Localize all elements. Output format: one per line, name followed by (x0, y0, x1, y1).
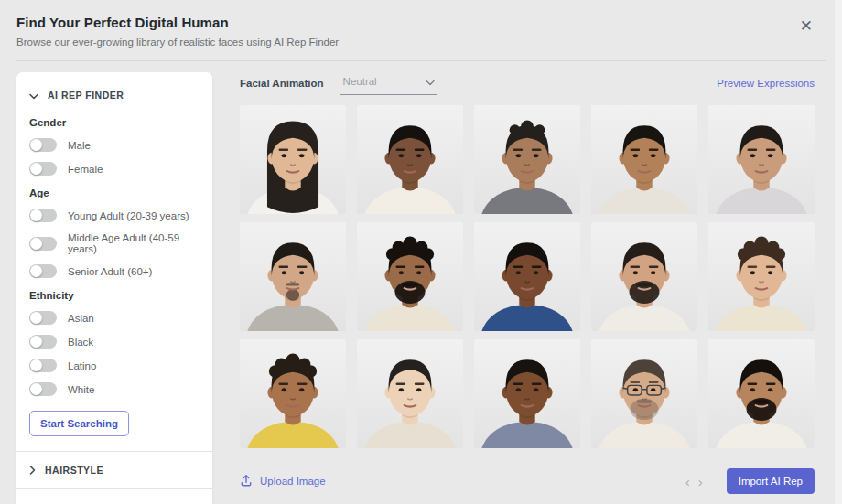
sidebar-section-label: AI REP FINDER (48, 90, 124, 101)
close-icon[interactable]: ✕ (794, 15, 818, 38)
toggle-switch[interactable] (29, 264, 57, 278)
chevron-right-icon (29, 462, 36, 478)
face-portrait[interactable] (240, 105, 346, 214)
toggle-label: Young Adult (20-39 years) (68, 210, 189, 221)
filter-groups: GenderMaleFemaleAgeYoung Adult (20-39 ye… (16, 117, 212, 396)
toggle-switch[interactable] (29, 138, 57, 152)
face-illustration (474, 222, 580, 331)
face-illustration (708, 222, 815, 331)
page-title: Find Your Perfect Digital Human (16, 15, 339, 30)
next-page-icon[interactable]: › (698, 475, 703, 488)
face-portrait[interactable] (474, 339, 580, 448)
face-portrait[interactable] (357, 105, 463, 214)
face-illustration (591, 105, 697, 214)
filter-group-label: Age (29, 188, 200, 198)
face-illustration (240, 105, 346, 214)
chevron-down-icon (426, 73, 435, 90)
dialog-header: Find Your Perfect Digital Human Browse o… (0, 0, 842, 48)
start-searching-button[interactable]: Start Searching (29, 411, 129, 436)
sidebar-section-ai-rep-finder[interactable]: AI REP FINDER (16, 72, 212, 105)
toggle-label: Asian (68, 313, 94, 324)
pagination: ‹ › (685, 475, 703, 488)
toggle-label: Senior Adult (60+) (68, 266, 152, 277)
face-portrait[interactable] (357, 339, 463, 448)
face-portrait[interactable] (474, 222, 580, 331)
toggle-switch[interactable] (29, 162, 57, 176)
face-illustration (240, 222, 346, 331)
toggle-switch[interactable] (29, 382, 57, 396)
facial-animation-label: Facial Animation (240, 78, 324, 89)
toggle-switch[interactable] (29, 311, 57, 325)
toggle-label: Middle Age Adult (40-59 years) (68, 232, 200, 254)
toggle-label: Male (68, 140, 91, 151)
face-illustration (591, 222, 697, 331)
toggle-switch[interactable] (29, 237, 57, 251)
toggle-switch[interactable] (29, 359, 57, 372)
filter-group-label: Gender (29, 117, 200, 128)
prev-page-icon[interactable]: ‹ (685, 475, 690, 488)
ai-rep-finder-dialog: Find Your Perfect Digital Human Browse o… (0, 0, 842, 504)
toggle-label: Female (68, 164, 103, 175)
face-illustration (357, 339, 463, 448)
face-browser: Facial Animation Neutral Preview Express… (240, 72, 815, 494)
toggle-label: Black (68, 337, 93, 348)
face-portrait[interactable] (708, 222, 815, 331)
toggle-label: White (68, 384, 94, 395)
toggle-label: Latino (68, 360, 96, 371)
face-illustration (591, 339, 697, 448)
filter-sidebar: AI REP FINDER GenderMaleFemaleAgeYoung A… (16, 72, 212, 504)
filter-toggle-row: Black (29, 335, 200, 349)
filter-toggle-row: White (29, 382, 200, 396)
filter-toggle-row: Asian (29, 311, 200, 325)
filter-toggle-row: Male (29, 138, 200, 152)
face-illustration (240, 339, 346, 448)
sidebar-divider (16, 488, 212, 489)
filter-toggle-row: Female (29, 162, 200, 176)
face-illustration (474, 105, 580, 214)
face-portrait[interactable] (708, 105, 815, 214)
sidebar-section-label: HAIRSTYLE (45, 465, 103, 476)
faces-grid (240, 105, 815, 448)
face-illustration (357, 105, 463, 214)
face-portrait[interactable] (591, 105, 697, 214)
face-portrait[interactable] (474, 105, 580, 214)
face-illustration (357, 222, 463, 331)
footer-toolbar: Upload Image ‹ › Import AI Rep (240, 468, 815, 494)
face-portrait[interactable] (240, 222, 346, 331)
page-subtitle: Browse our ever-growing library of reali… (16, 37, 339, 48)
toggle-switch[interactable] (29, 209, 57, 222)
filter-toggle-row: Latino (29, 359, 200, 372)
face-portrait[interactable] (708, 339, 815, 448)
filter-toggle-row: Senior Adult (60+) (29, 264, 200, 278)
sidebar-section-hairstyle[interactable]: HAIRSTYLE (16, 452, 212, 488)
face-portrait[interactable] (591, 339, 697, 448)
toggle-switch[interactable] (29, 335, 57, 349)
import-ai-rep-button[interactable]: Import AI Rep (727, 468, 815, 494)
upload-image-link[interactable]: Upload Image (240, 474, 326, 488)
face-illustration (708, 105, 815, 214)
face-portrait[interactable] (240, 339, 346, 448)
upload-icon (240, 474, 253, 488)
face-illustration (474, 339, 580, 448)
chevron-down-icon (29, 87, 38, 103)
facial-animation-value: Neutral (343, 76, 377, 87)
upload-image-label: Upload Image (260, 476, 326, 487)
animation-toolbar: Facial Animation Neutral Preview Express… (240, 72, 815, 94)
filter-toggle-row: Young Adult (20-39 years) (29, 209, 200, 222)
page-edge-strip (835, 0, 842, 504)
facial-animation-select[interactable]: Neutral (340, 71, 437, 95)
preview-expressions-link[interactable]: Preview Expressions (717, 78, 815, 89)
header-titles: Find Your Perfect Digital Human Browse o… (16, 15, 339, 48)
filter-group-label: Ethnicity (29, 290, 200, 301)
face-illustration (708, 339, 815, 448)
face-portrait[interactable] (357, 222, 463, 331)
dialog-content: AI REP FINDER GenderMaleFemaleAgeYoung A… (0, 61, 842, 504)
filter-toggle-row: Middle Age Adult (40-59 years) (29, 232, 200, 254)
face-portrait[interactable] (591, 222, 697, 331)
